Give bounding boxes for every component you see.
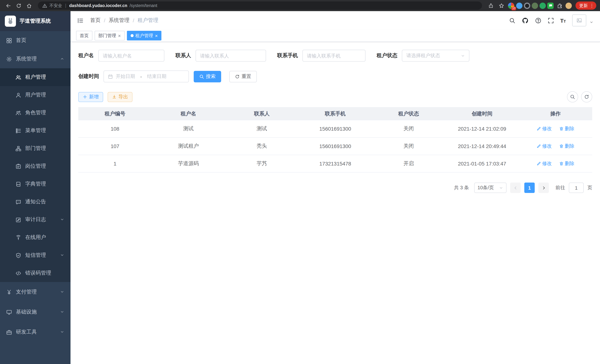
help-icon[interactable] — [535, 17, 541, 24]
sidebar-item-payment[interactable]: 支付管理 — [0, 282, 71, 302]
table-header: 租户编号 租户名 联系人 联系手机 租户状态 创建时间 操作 — [78, 107, 592, 120]
edit-link[interactable]: 修改 — [536, 125, 552, 132]
create-time-range-picker[interactable]: 开始日期 - 结束日期 — [103, 71, 189, 82]
breadcrumb-system[interactable]: 系统管理 — [109, 17, 130, 24]
sidebar-item-dept[interactable]: 部门管理 — [0, 140, 71, 157]
edit-label: 修改 — [542, 143, 552, 149]
cell-actions: 修改 删除 — [519, 120, 592, 138]
sidebar-item-dev-tools[interactable]: 研发工具 — [0, 322, 71, 342]
sidebar-item-tenant[interactable]: 租户管理 — [0, 68, 71, 86]
contact-input[interactable] — [200, 53, 262, 58]
cell-created: 2021-01-05 17:03:47 — [445, 155, 519, 172]
delete-link[interactable]: 删除 — [559, 160, 574, 167]
status-placeholder: 请选择租户状态 — [406, 52, 440, 59]
export-button[interactable]: 导出 — [108, 92, 132, 102]
breadcrumb-separator: / — [133, 18, 134, 23]
sidebar-item-role[interactable]: 角色管理 — [0, 104, 71, 122]
next-page-button[interactable] — [538, 183, 549, 193]
update-button[interactable]: 更新 ⋮ — [575, 1, 596, 10]
screen: 不安全 | dashboard.yudao.iocoder.cn /system… — [0, 0, 600, 364]
sidebar-logo[interactable]: 芋道管理系统 — [0, 11, 71, 31]
reset-button[interactable]: 重置 — [229, 71, 257, 82]
goto-page-input[interactable] — [569, 183, 584, 193]
avatar[interactable] — [572, 14, 586, 26]
font-size-icon[interactable]: TT — [560, 17, 566, 24]
sidebar-item-audit-log[interactable]: 审计日志 — [0, 211, 71, 229]
goto-label: 前往 — [555, 184, 565, 191]
tenant-status-select[interactable]: 请选择租户状态 — [402, 50, 469, 62]
edit-link[interactable]: 修改 — [536, 160, 552, 167]
page-number-1[interactable]: 1 — [524, 183, 535, 193]
tenant-name-input[interactable] — [103, 53, 160, 58]
phone-input[interactable] — [307, 53, 361, 58]
extension-green-icon[interactable] — [540, 2, 546, 9]
caret-down-icon[interactable] — [590, 19, 593, 26]
delete-link[interactable]: 删除 — [559, 125, 574, 132]
tab-tenant[interactable]: 租户管理 × — [127, 31, 161, 40]
browser-menu-icon[interactable]: ⋮ — [590, 3, 594, 8]
sidebar-item-home[interactable]: 首页 — [0, 31, 71, 50]
sidebar-item-label: 错误码管理 — [25, 270, 64, 276]
browser-profile-avatar[interactable] — [565, 2, 572, 9]
not-secure-warning-icon[interactable] — [42, 3, 47, 8]
breadcrumb-home[interactable]: 首页 — [90, 17, 101, 24]
sidebar: 芋道管理系统 首页 系统管理 租户管理 用户管理 角色管理 — [0, 11, 71, 364]
sidebar-item-error-code[interactable]: 错误码管理 — [0, 264, 71, 282]
sidebar-item-dict[interactable]: 字典管理 — [0, 175, 71, 193]
page-size-select[interactable]: 10条/页 — [474, 183, 506, 193]
add-button[interactable]: 新增 — [78, 92, 103, 102]
sidebar-item-menu[interactable]: 菜单管理 — [0, 122, 71, 140]
sidebar-item-label: 部门管理 — [25, 145, 64, 152]
collapse-sidebar-icon[interactable] — [77, 17, 84, 24]
tab-close-icon[interactable]: × — [155, 33, 158, 38]
tab-dept[interactable]: 部门管理 × — [95, 31, 124, 40]
not-secure-label: 不安全 — [49, 3, 62, 8]
extension-chat-icon[interactable] — [547, 2, 554, 9]
bookmark-star-icon[interactable] — [497, 1, 506, 10]
extension-olive-icon[interactable] — [532, 2, 538, 9]
cell-created: 2021-12-14 21:02:09 — [445, 120, 519, 138]
tenant-name-label: 租户名 — [78, 52, 94, 59]
tab-close-icon[interactable]: × — [118, 33, 121, 38]
home-icon[interactable] — [25, 1, 33, 10]
sidebar-item-label: 通知公告 — [25, 198, 64, 205]
back-icon[interactable] — [4, 1, 13, 10]
chevron-down-icon — [60, 217, 64, 223]
logo-image — [5, 16, 16, 27]
github-icon[interactable] — [522, 17, 529, 24]
edit-link[interactable]: 修改 — [536, 143, 552, 149]
delete-label: 删除 — [565, 143, 574, 149]
fullscreen-icon[interactable] — [547, 17, 554, 24]
prev-page-button[interactable] — [510, 183, 521, 193]
extensions-puzzle-icon[interactable] — [555, 1, 564, 10]
extension-dark-icon[interactable] — [524, 2, 530, 9]
reload-icon[interactable] — [14, 1, 23, 10]
header-actions: TT — [509, 14, 593, 26]
search-button[interactable]: 搜索 — [194, 71, 221, 82]
delete-link[interactable]: 删除 — [559, 143, 574, 149]
user-icon — [16, 92, 21, 98]
cell-status: 关闭 — [372, 138, 445, 155]
search-icon[interactable] — [509, 17, 515, 24]
chevron-down-icon — [60, 309, 64, 315]
sidebar-item-label: 岗位管理 — [25, 163, 64, 169]
cell-tenant-name: 测试租户 — [152, 138, 225, 155]
refresh-button[interactable] — [581, 91, 592, 103]
sidebar-item-post[interactable]: 岗位管理 — [0, 157, 71, 175]
sidebar-item-infrastructure[interactable]: 基础设施 — [0, 302, 71, 322]
sidebar-item-system[interactable]: 系统管理 — [0, 50, 71, 68]
sidebar-item-online-user[interactable]: 在线用户 — [0, 229, 71, 246]
tab-label: 租户管理 — [135, 32, 153, 39]
extension-blue-icon[interactable] — [516, 2, 523, 9]
extension-badge: 10 — [511, 7, 516, 10]
sidebar-item-label: 支付管理 — [16, 289, 56, 295]
address-bar[interactable]: 不安全 | dashboard.yudao.iocoder.cn /system… — [38, 1, 482, 10]
cell-actions: 修改 删除 — [519, 155, 592, 172]
tab-home[interactable]: 首页 — [76, 31, 92, 40]
sidebar-item-notice[interactable]: 通知公告 — [0, 193, 71, 211]
share-icon[interactable] — [487, 1, 495, 10]
toggle-search-button[interactable] — [567, 91, 578, 103]
sidebar-item-sms[interactable]: 短信管理 — [0, 246, 71, 264]
sidebar-item-user[interactable]: 用户管理 — [0, 86, 71, 104]
extension-colorful-icon[interactable]: 10 — [507, 2, 515, 9]
